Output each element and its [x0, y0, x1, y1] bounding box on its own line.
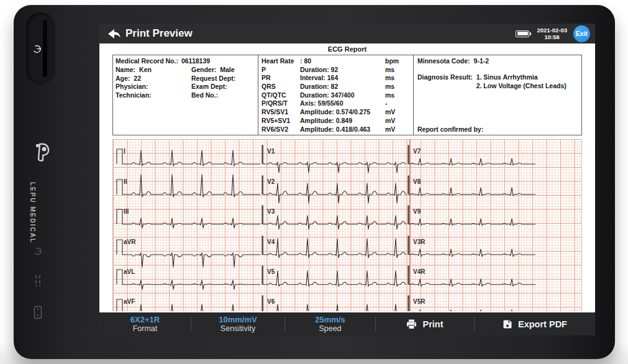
lead-label-V5: V5	[267, 268, 275, 275]
patient-field: Gender:Male	[191, 66, 255, 75]
measurement-row: RV5+SV1Amplitude: 0.849mV	[262, 117, 410, 125]
export-pdf-label: Export PDF	[518, 319, 567, 329]
lead-label-V6: V6	[267, 298, 275, 305]
ecg-trace-aVL	[117, 270, 260, 289]
measurement-detail: Interval: 164	[300, 74, 385, 83]
bezel-battery-icon	[33, 306, 43, 319]
device-frame: LEPU MEDICAL Print Preview	[14, 5, 615, 359]
export-pdf-button[interactable]: Export PDF	[475, 312, 595, 335]
print-button[interactable]: Print	[376, 312, 474, 335]
field-label: Bed No.:	[191, 91, 218, 100]
lepu-logo-icon	[34, 143, 51, 162]
diagnosis-lines: 1. Sinus Arrhythmia2. Low Voltage (Chest…	[476, 73, 567, 90]
speed-label: Speed	[319, 324, 341, 333]
ecg-trace-V3R	[408, 236, 535, 257]
measurement-name: PR	[262, 74, 300, 83]
record-value: 06118139	[181, 57, 210, 66]
format-label: Format	[133, 324, 158, 333]
print-label: Print	[422, 319, 443, 329]
brand-text: LEPU MEDICAL	[29, 168, 36, 257]
measurement-detail: Axis: 59/55/60	[300, 99, 385, 108]
measurement-name: QRS	[262, 83, 300, 91]
field-label: Technician:	[116, 91, 152, 100]
field-label: Physician:	[116, 83, 148, 91]
measurement-name: P	[262, 66, 300, 75]
lead-label-III: III	[124, 208, 129, 215]
lead-label-V1: V1	[267, 148, 275, 155]
power-button-slot	[26, 12, 55, 85]
ecg-trace-V5	[262, 266, 406, 286]
format-setting[interactable]: 6X2+1R Format	[99, 312, 191, 335]
measurement-unit: mV	[385, 117, 410, 125]
field-label: Request Dept:	[191, 75, 235, 83]
lead-label-V3R: V3R	[413, 239, 425, 245]
patient-row: Technician:Bed No.:	[116, 91, 255, 100]
measurement-unit: mV	[385, 125, 410, 134]
measurement-detail: Amplitude: 0.849	[300, 117, 385, 125]
brand-block: LEPU MEDICAL	[29, 143, 55, 257]
page-background: LEPU MEDICAL Print Preview	[0, 0, 628, 364]
measurement-name: QT/QTC	[262, 91, 300, 100]
minnesota-value: 9-1-2	[474, 57, 489, 65]
lead-label-aVF: aVF	[124, 298, 135, 305]
patient-row: Physician:Exam Dept:	[116, 83, 255, 91]
page-title: Print Preview	[125, 27, 193, 40]
measurement-name: RV6/SV2	[262, 125, 300, 134]
measurement-detail: Duration: 92	[300, 66, 385, 75]
sensitivity-setting[interactable]: 10mm/mV Sensitivity	[191, 312, 284, 335]
printer-icon	[406, 319, 417, 329]
ecg-trace-III	[117, 209, 260, 228]
measurement-row: QT/QTCDuration: 347/400ms	[262, 91, 410, 100]
measurement-row: RV5/SV1Amplitude: 0.574/0.275mV	[262, 108, 410, 117]
power-button	[43, 20, 47, 77]
measurements-column: Heart Rate: 80bpmPDuration: 92msPRInterv…	[258, 55, 414, 135]
record-label: Medical Record No.:	[116, 57, 178, 66]
ecg-trace-V4	[262, 236, 406, 258]
lead-label-V4: V4	[267, 239, 275, 245]
back-arrow-icon[interactable]	[107, 28, 121, 40]
diagnosis-column: Minnesota Code: 9-1-2 Diagnosis Result: …	[414, 55, 581, 135]
measurement-unit: mV	[385, 108, 410, 117]
patient-field: Name:Ken	[116, 66, 191, 75]
field-label: Gender:	[191, 66, 216, 75]
measurement-unit: ms	[385, 83, 410, 91]
measurement-unit: bpm	[385, 57, 410, 66]
lead-label-V8: V8	[413, 178, 421, 185]
exit-button[interactable]: Exit	[573, 25, 590, 42]
measurement-row: QRSDuration: 82ms	[262, 83, 410, 91]
title-bar: Print Preview 2021-02-03 10:56 Exit	[99, 24, 595, 43]
ecg-trace-I	[117, 149, 260, 166]
ecg-paper: IV1V7IIV2V8IIIV3V9aVRV4V3RaVLV5V4RaVFV6V…	[112, 139, 582, 311]
ecg-trace-V2	[262, 176, 406, 203]
lead-label-V9: V9	[413, 208, 421, 215]
sensitivity-label: Sensitivity	[221, 324, 255, 333]
lead-label-V4R: V4R	[413, 268, 425, 275]
bezel-power-icon	[33, 246, 43, 256]
measurement-row: Heart Rate: 80bpm	[262, 57, 410, 66]
measurement-unit: -	[385, 99, 410, 108]
ecg-traces	[113, 139, 582, 311]
lead-label-V7: V7	[413, 148, 421, 155]
diagnosis-line: 1. Sinus Arrhythmia	[476, 73, 567, 82]
patient-field: Physician:	[116, 83, 191, 91]
measurement-unit: ms	[385, 91, 410, 100]
patient-row: Name:KenGender:Male	[116, 66, 255, 75]
ecg-report-page: ECG Report Medical Record No.: 06118139 …	[99, 43, 595, 312]
measurement-name: RV5/SV1	[262, 108, 300, 117]
lead-label-II: II	[124, 178, 127, 185]
patient-field: Age:22	[116, 75, 191, 83]
minnesota-label: Minnesota Code:	[417, 57, 470, 65]
date-text: 2021-02-03	[537, 27, 567, 34]
measurement-row: PDuration: 92ms	[262, 66, 410, 75]
measurement-row: PRInterval: 164ms	[262, 74, 410, 83]
power-icon	[32, 43, 42, 54]
ecg-trace-V5R	[408, 296, 535, 311]
ecg-trace-V8	[408, 176, 535, 196]
lead-label-I: I	[124, 148, 125, 155]
ecg-trace-II	[117, 175, 260, 197]
measurement-row: RV6/SV2Amplitude: 0.418/0.463mV	[262, 125, 410, 134]
report-title: ECG Report	[112, 44, 582, 55]
measurement-name: Heart Rate	[262, 57, 300, 66]
speed-setting[interactable]: 25mm/s Speed	[285, 312, 375, 335]
bezel-contacts-icon	[33, 275, 43, 287]
